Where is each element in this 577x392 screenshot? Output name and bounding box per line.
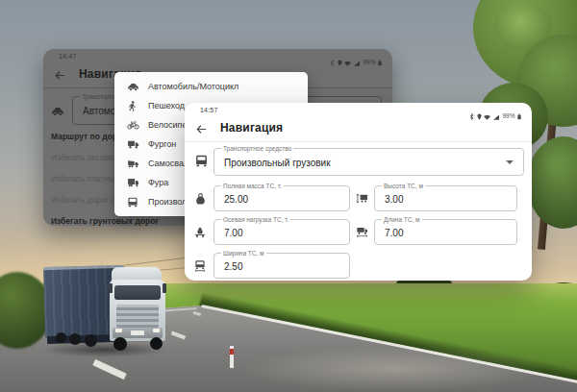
car-icon bbox=[126, 82, 139, 91]
setting-avoid-dirt-roads[interactable]: Избегать грунтовых дорог bbox=[51, 215, 159, 226]
divider bbox=[185, 141, 532, 142]
field-label: Высота ТС, м bbox=[382, 183, 425, 190]
field-value: 25.00 bbox=[224, 193, 248, 204]
truck-windshield bbox=[114, 285, 161, 300]
height-input[interactable]: Высота ТС, м 3.00 bbox=[374, 185, 517, 211]
truck-mirror bbox=[163, 283, 166, 293]
status-bar: 14:57 99% bbox=[185, 103, 532, 118]
back-arrow-icon[interactable] bbox=[196, 121, 208, 133]
menu-item-label: Фура bbox=[148, 178, 168, 187]
truck-length-icon bbox=[355, 225, 368, 238]
truck-front-wheel bbox=[150, 337, 163, 350]
status-bar: 14:47 99% bbox=[43, 49, 392, 64]
road-sheen bbox=[240, 346, 548, 392]
battery-percent: 99% bbox=[363, 59, 375, 65]
truck-mirror bbox=[109, 283, 113, 293]
bluetooth-icon bbox=[469, 107, 474, 124]
status-icons: 99% bbox=[330, 53, 382, 70]
vehicle-select[interactable]: Транспортное средство Произвольный грузо… bbox=[213, 148, 524, 176]
status-time: 14:57 bbox=[200, 107, 218, 113]
axle-load-input[interactable]: Осевая нагрузка ТС, т. 7.00 bbox=[213, 219, 350, 245]
truck-headlight bbox=[153, 329, 160, 332]
menu-item-label: Фургон bbox=[148, 139, 176, 149]
field-label: Длина ТС, м bbox=[382, 216, 422, 224]
bicycle-icon bbox=[126, 120, 139, 130]
length-input[interactable]: Длина ТС, м 7.00 bbox=[374, 219, 517, 245]
field-value: 2.50 bbox=[224, 260, 242, 271]
back-arrow-icon[interactable] bbox=[55, 67, 66, 79]
truck-height-icon bbox=[355, 191, 368, 205]
axle-load-icon bbox=[193, 225, 207, 238]
battery-icon bbox=[517, 107, 521, 124]
van-icon bbox=[126, 139, 139, 149]
screenshot-root: 14:47 99% Навигация Транспортное средств… bbox=[0, 0, 577, 392]
status-time: 14:47 bbox=[59, 53, 77, 60]
battery-icon bbox=[378, 53, 382, 70]
front-screenshot-truck-params: 14:57 99% Навигация Транспортное средств… bbox=[185, 103, 532, 281]
location-icon bbox=[477, 107, 482, 124]
menu-item-label: Пешеход bbox=[148, 101, 185, 110]
truck-front-wheel bbox=[113, 337, 127, 351]
weight-icon bbox=[193, 191, 207, 205]
trailer-wheel bbox=[69, 333, 81, 345]
dump-truck-icon bbox=[126, 159, 139, 168]
truck-grille bbox=[116, 305, 159, 328]
field-label: Транспортное средство bbox=[221, 145, 293, 153]
custom-truck-icon bbox=[126, 197, 139, 208]
custom-truck-icon bbox=[194, 154, 208, 167]
cell-signal-icon bbox=[493, 107, 499, 124]
field-label: Полная масса ТС, т. bbox=[221, 183, 284, 190]
status-icons: 99% bbox=[469, 107, 521, 124]
semi-truck-icon bbox=[126, 178, 139, 187]
setting-avoid-roads[interactable]: Избегать дорог с в bbox=[51, 194, 121, 206]
field-label: Ширина ТС, м bbox=[221, 250, 266, 257]
dropdown-caret-icon bbox=[506, 160, 514, 164]
trailer-wheel bbox=[85, 334, 97, 347]
field-value: Произвольный грузовик bbox=[224, 157, 331, 167]
wifi-icon bbox=[344, 53, 351, 70]
pedestrian-icon bbox=[126, 101, 139, 111]
page-title: Навигация bbox=[220, 121, 283, 135]
truck-headlight bbox=[115, 329, 122, 332]
bluetooth-icon bbox=[330, 53, 335, 70]
field-label: Осевая нагрузка ТС, т. bbox=[221, 216, 290, 224]
cell-signal-icon bbox=[354, 53, 360, 70]
gross-weight-input[interactable]: Полная масса ТС, т. 25.00 bbox=[213, 185, 350, 211]
wifi-icon bbox=[484, 107, 490, 124]
truck-license-plate bbox=[131, 331, 144, 335]
field-value: 7.00 bbox=[385, 227, 403, 237]
menu-item-car-motorcycle[interactable]: Автомобиль/Мотоцикл bbox=[114, 77, 308, 96]
truck-shadow bbox=[40, 342, 167, 357]
field-value: 3.00 bbox=[385, 193, 403, 204]
trailer-wheel bbox=[56, 332, 66, 343]
field-value: 7.00 bbox=[224, 227, 242, 237]
battery-percent: 99% bbox=[502, 112, 514, 119]
location-icon bbox=[338, 53, 342, 70]
menu-item-label: Автомобиль/Мотоцикл bbox=[148, 82, 238, 91]
width-input[interactable]: Ширина ТС, м 2.50 bbox=[213, 253, 350, 279]
menu-item-label: Самосвал bbox=[148, 159, 188, 168]
road-marker-post bbox=[230, 346, 234, 368]
truck-width-icon bbox=[193, 258, 207, 272]
car-icon bbox=[51, 104, 64, 117]
